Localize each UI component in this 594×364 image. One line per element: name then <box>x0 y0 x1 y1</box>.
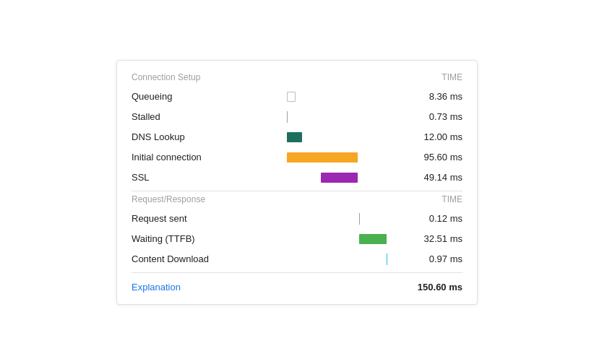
explanation-row: Explanation 150.60 ms <box>132 279 462 292</box>
content-download-time: 0.97 ms <box>408 254 462 264</box>
request-sent-bar-area <box>240 209 408 229</box>
stalled-bar-area <box>240 107 408 127</box>
connection-setup-label: Connection Setup <box>132 72 200 82</box>
network-timing-card: Connection Setup TIME Queueing 8.36 ms S… <box>116 60 478 305</box>
queueing-label: Queueing <box>132 91 240 102</box>
queueing-bar <box>287 92 296 102</box>
queueing-time: 8.36 ms <box>408 91 462 102</box>
waiting-ttfb-time: 32.51 ms <box>408 233 462 244</box>
explanation-link[interactable]: Explanation <box>132 282 181 292</box>
request-response-time-header: TIME <box>442 194 462 204</box>
queueing-bar-area <box>240 87 408 107</box>
content-download-label: Content Download <box>132 254 240 264</box>
stalled-label: Stalled <box>132 111 240 122</box>
request-sent-marker <box>359 213 360 225</box>
content-download-bar-area <box>240 249 408 269</box>
row-initial-connection: Initial connection 95.60 ms <box>132 147 462 168</box>
dns-lookup-time: 12.00 ms <box>408 131 462 142</box>
row-queueing: Queueing 8.36 ms <box>132 87 462 107</box>
row-waiting-ttfb: Waiting (TTFB) 32.51 ms <box>132 229 462 249</box>
ssl-bar-area <box>240 168 408 188</box>
ssl-bar <box>321 173 358 183</box>
row-content-download: Content Download 0.97 ms <box>132 249 462 269</box>
ssl-label: SSL <box>132 172 240 183</box>
waiting-ttfb-bar-area <box>240 229 408 249</box>
row-stalled: Stalled 0.73 ms <box>132 107 462 127</box>
request-response-label: Request/Response <box>132 194 205 204</box>
connection-setup-time-header: TIME <box>442 72 462 82</box>
section-divider <box>132 191 462 191</box>
bottom-divider <box>132 272 462 273</box>
dns-lookup-label: DNS Lookup <box>132 131 240 142</box>
stalled-marker <box>287 111 288 123</box>
total-time: 150.60 ms <box>418 282 462 292</box>
initial-connection-label: Initial connection <box>132 152 240 162</box>
ssl-time: 49.14 ms <box>408 172 462 183</box>
initial-connection-time: 95.60 ms <box>408 152 462 162</box>
request-sent-label: Request sent <box>132 213 240 224</box>
connection-setup-header: Connection Setup TIME <box>132 72 462 82</box>
waiting-ttfb-label: Waiting (TTFB) <box>132 233 240 244</box>
dns-lookup-bar-area <box>240 127 408 147</box>
waiting-ttfb-bar <box>359 234 386 244</box>
content-download-marker <box>387 254 387 265</box>
stalled-time: 0.73 ms <box>408 111 462 122</box>
request-sent-time: 0.12 ms <box>408 213 462 224</box>
row-ssl: SSL 49.14 ms <box>132 168 462 188</box>
initial-connection-bar <box>287 152 358 162</box>
request-response-header: Request/Response TIME <box>132 194 462 204</box>
initial-connection-bar-area <box>240 147 408 168</box>
row-request-sent: Request sent 0.12 ms <box>132 209 462 229</box>
row-dns-lookup: DNS Lookup 12.00 ms <box>132 127 462 147</box>
dns-lookup-bar <box>287 132 302 142</box>
